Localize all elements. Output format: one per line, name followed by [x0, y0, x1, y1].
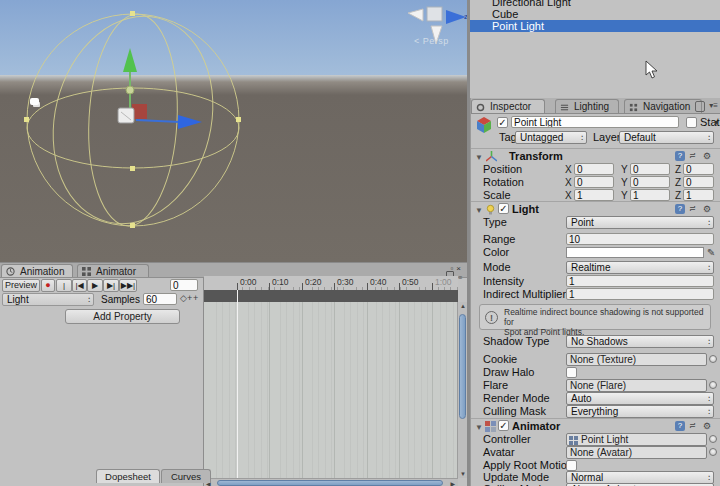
light-enabled-checkbox[interactable]: ✓: [498, 203, 509, 214]
culling-mask-dropdown[interactable]: Everything: [566, 405, 714, 418]
static-checkbox[interactable]: [686, 117, 697, 128]
static-dropdown-icon[interactable]: ▼: [713, 119, 720, 126]
shadow-type-dropdown[interactable]: No Shadows: [566, 335, 714, 348]
add-property-button[interactable]: Add Property: [65, 309, 180, 324]
add-event-icon[interactable]: +: [193, 293, 198, 303]
render-mode-dropdown[interactable]: Auto: [566, 392, 714, 405]
object-picker-icon[interactable]: [709, 448, 717, 456]
axis-z-label: Z: [675, 163, 681, 176]
prev-keyframe-button[interactable]: |◀: [72, 279, 87, 292]
render-mode-value: Auto: [571, 393, 592, 404]
horizontal-scrollbar[interactable]: ◀ ▶: [204, 478, 458, 486]
clip-dropdown[interactable]: Light: [2, 293, 94, 306]
hierarchy-item-cube[interactable]: Cube: [470, 8, 720, 20]
hierarchy-item-point-light[interactable]: Point Light: [470, 20, 720, 32]
indirect-multiplier-field[interactable]: [566, 288, 714, 300]
samples-field[interactable]: [143, 293, 177, 305]
help-icon[interactable]: ?: [675, 151, 685, 161]
help-icon[interactable]: ?: [675, 421, 685, 431]
object-picker-icon[interactable]: [709, 381, 717, 389]
intensity-field[interactable]: [566, 275, 714, 287]
gameobject-name-field[interactable]: [511, 116, 679, 128]
tab-curves[interactable]: Curves: [161, 469, 211, 483]
scale-z-field[interactable]: [683, 189, 714, 201]
dopesheet-area[interactable]: [204, 302, 458, 478]
last-frame-button[interactable]: ▶▶|: [119, 279, 137, 292]
color-swatch[interactable]: [566, 247, 704, 258]
eyedropper-icon[interactable]: ✎: [707, 246, 715, 259]
horizontal-scrollbar-thumb[interactable]: [217, 480, 443, 486]
scene-view[interactable]: z < Persp: [0, 0, 467, 262]
rotation-y-field[interactable]: [630, 176, 670, 188]
gear-icon[interactable]: ⚙: [703, 151, 713, 161]
transform-title: Transform: [509, 149, 563, 163]
position-x-field[interactable]: [574, 163, 614, 175]
vertical-scrollbar[interactable]: ▲ ▼: [457, 302, 467, 478]
tab-lighting-label: Lighting: [574, 101, 609, 112]
avatar-object-field[interactable]: None (Avatar): [566, 446, 707, 459]
object-picker-icon[interactable]: [709, 435, 717, 443]
panel-menu-icon[interactable]: ≡: [458, 274, 464, 281]
mode-value: Realtime: [571, 262, 610, 273]
gear-icon[interactable]: ⚙: [703, 204, 713, 214]
tab-inspector[interactable]: Inspector: [471, 99, 545, 113]
tab-navigation[interactable]: Navigation: [624, 99, 702, 113]
play-button[interactable]: ▶: [87, 279, 103, 292]
scale-y-field[interactable]: [630, 189, 670, 201]
animator-header[interactable]: ▼ ✓ Animator ? ≓ ⚙: [471, 418, 720, 433]
cookie-object-field[interactable]: None (Texture): [566, 353, 707, 366]
tab-animator[interactable]: Animator: [77, 264, 149, 277]
gear-icon[interactable]: ⚙: [703, 421, 713, 431]
panel-menu-icon[interactable]: ▾≡: [709, 101, 718, 110]
tab-animation[interactable]: Animation: [1, 264, 73, 277]
playhead[interactable]: [237, 290, 238, 478]
preset-icon[interactable]: ≓: [689, 152, 699, 160]
axis-y-label: Y: [621, 176, 628, 189]
vertical-scrollbar-thumb[interactable]: [459, 314, 466, 419]
dopesheet-keyframe-strip[interactable]: [204, 290, 458, 302]
preset-icon[interactable]: ≓: [689, 422, 699, 430]
gameobject-active-checkbox[interactable]: ✓: [497, 117, 508, 128]
flare-object-field[interactable]: None (Flare): [566, 379, 707, 392]
hierarchy-panel: Directional Light Cube Point Light: [470, 0, 720, 99]
first-frame-button[interactable]: |◀◀: [56, 279, 72, 292]
tab-dopesheet[interactable]: Dopesheet: [96, 469, 160, 483]
transform-header[interactable]: ▼ Transform ? ≓ ⚙: [471, 148, 720, 163]
scroll-up-icon[interactable]: ▲: [460, 303, 466, 309]
controller-value: Point Light: [581, 434, 628, 445]
apply-root-motion-checkbox[interactable]: [566, 460, 577, 471]
light-header[interactable]: ▼ ✓ Light ? ≓ ⚙: [471, 201, 720, 216]
help-icon[interactable]: ?: [675, 204, 685, 214]
tab-lighting[interactable]: Lighting: [555, 99, 619, 113]
animator-enabled-checkbox[interactable]: ✓: [498, 420, 509, 431]
preset-icon[interactable]: ≓: [689, 205, 699, 213]
scroll-down-icon[interactable]: ▼: [460, 471, 466, 477]
position-y-field[interactable]: [630, 163, 670, 175]
rotation-x-field[interactable]: [574, 176, 614, 188]
draw-halo-checkbox[interactable]: [566, 367, 577, 378]
lighting-icon: [560, 103, 569, 112]
tag-dropdown[interactable]: Untagged: [515, 131, 587, 144]
persp-label[interactable]: < Persp: [414, 36, 449, 46]
rotation-z-field[interactable]: [683, 176, 714, 188]
position-z-field[interactable]: [683, 163, 714, 175]
next-keyframe-button[interactable]: ▶|: [103, 279, 119, 292]
record-button[interactable]: ●: [41, 279, 55, 292]
preset-glyph: ≓: [689, 421, 696, 430]
add-keyframe-icon[interactable]: ◇+: [180, 293, 192, 303]
range-field[interactable]: [566, 233, 714, 245]
mode-dropdown[interactable]: Realtime: [566, 261, 714, 274]
controller-object-field[interactable]: Point Light: [566, 433, 707, 446]
light-type-dropdown[interactable]: Point: [566, 216, 714, 229]
preview-button[interactable]: Preview: [2, 279, 40, 292]
object-picker-icon[interactable]: [709, 355, 717, 363]
scroll-right-icon[interactable]: ▶: [450, 480, 455, 486]
scale-x-field[interactable]: [574, 189, 614, 201]
color-label: Color: [483, 246, 509, 259]
current-frame-field[interactable]: [170, 279, 198, 291]
timeline-ruler[interactable]: 0:00 0:10 0:20 0:30 0:40 0:50 1:00: [204, 276, 458, 291]
hierarchy-item-directional-light[interactable]: Directional Light: [470, 0, 720, 8]
lock-icon[interactable]: [695, 101, 705, 112]
layer-dropdown[interactable]: Default: [619, 131, 714, 144]
axis-x-label: X: [565, 163, 572, 176]
